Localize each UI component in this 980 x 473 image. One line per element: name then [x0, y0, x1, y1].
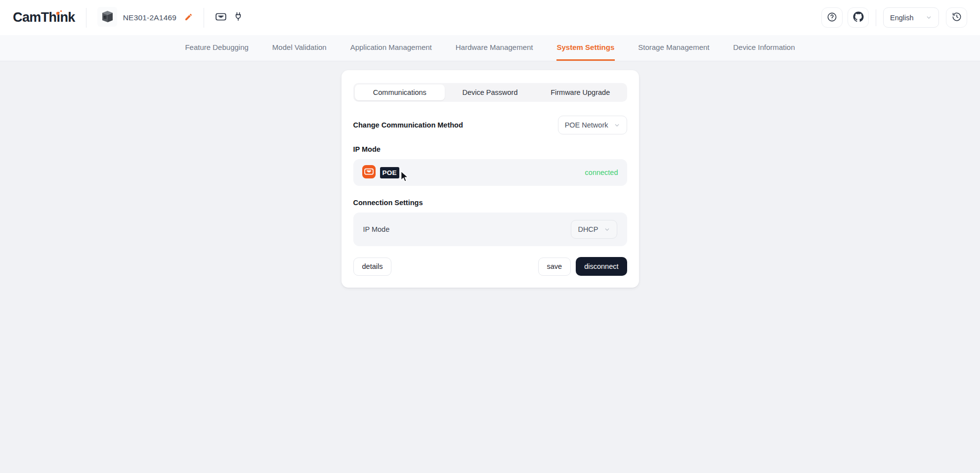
- communication-method-select[interactable]: POE Network: [558, 116, 627, 134]
- camthink-logo: CamThink: [13, 10, 75, 25]
- top-bar: CamThink NE301-2A1469: [0, 0, 980, 35]
- pencil-icon: [184, 13, 193, 23]
- logo-accent-dot: [56, 12, 59, 15]
- connection-settings-title: Connection Settings: [353, 199, 627, 207]
- nav-tab-device-information[interactable]: Device Information: [733, 35, 796, 61]
- chevron-down-icon: [926, 14, 932, 21]
- divider: [86, 8, 86, 28]
- nav-tab-system-settings[interactable]: System Settings: [556, 35, 615, 61]
- divider: [876, 9, 876, 26]
- history-button[interactable]: [946, 7, 967, 28]
- connectivity-status-icons: [215, 11, 244, 25]
- communications-card: Communications Device Password Firmware …: [341, 70, 639, 288]
- connection-status-badge: connected: [585, 169, 618, 176]
- ip-mode-setting-row: IP Mode DHCP: [353, 213, 627, 246]
- nav-tab-model-validation[interactable]: Model Validation: [272, 35, 327, 61]
- ip-mode-select[interactable]: DHCP: [571, 220, 617, 239]
- nav-tab-hardware-management[interactable]: Hardware Management: [455, 35, 534, 61]
- nav-tab-storage-management[interactable]: Storage Management: [638, 35, 710, 61]
- chevron-down-icon: [614, 122, 620, 129]
- nav-tab-application-management[interactable]: Application Management: [350, 35, 432, 61]
- ip-mode-value: DHCP: [578, 225, 598, 233]
- help-button[interactable]: [821, 7, 843, 28]
- main-content: Communications Device Password Firmware …: [0, 70, 980, 288]
- edit-device-name-button[interactable]: [184, 13, 193, 23]
- chevron-down-icon: [604, 226, 610, 233]
- poe-ethernet-icon: [362, 165, 376, 180]
- github-button[interactable]: [848, 7, 869, 28]
- device-thumbnail: [97, 7, 117, 29]
- main-nav: Feature Debugging Model Validation Appli…: [0, 35, 980, 61]
- help-icon: [827, 12, 837, 24]
- clock-history-icon: [952, 12, 962, 23]
- card-actions: details save disconnect: [353, 257, 627, 276]
- tab-device-password[interactable]: Device Password: [445, 85, 535, 100]
- disconnect-button[interactable]: disconnect: [576, 257, 627, 276]
- tab-firmware-upgrade[interactable]: Firmware Upgrade: [535, 85, 626, 100]
- ip-mode-section-title: IP Mode: [353, 145, 627, 153]
- poe-interface-row[interactable]: POE connected: [353, 159, 627, 186]
- ip-mode-label: IP Mode: [363, 225, 390, 233]
- nav-tab-feature-debugging[interactable]: Feature Debugging: [184, 35, 249, 61]
- power-plug-icon: [233, 11, 244, 24]
- logo-text: CamThink: [13, 10, 75, 25]
- tab-communications[interactable]: Communications: [355, 85, 445, 100]
- device-info: NE301-2A1469: [97, 7, 193, 29]
- details-button[interactable]: details: [353, 258, 392, 276]
- poe-badge: POE: [380, 167, 399, 178]
- github-icon: [853, 11, 864, 24]
- language-select[interactable]: English: [883, 7, 939, 28]
- language-value: English: [890, 14, 914, 22]
- card-tab-group: Communications Device Password Firmware …: [353, 83, 627, 102]
- save-button[interactable]: save: [538, 258, 571, 276]
- device-name: NE301-2A1469: [123, 13, 176, 22]
- divider: [204, 8, 204, 28]
- logo-accent-dot-small: [60, 10, 62, 12]
- communication-method-value: POE Network: [565, 121, 608, 129]
- actions-right-group: save disconnect: [538, 257, 627, 276]
- communication-method-row: Change Communication Method POE Network: [353, 116, 627, 134]
- mouse-cursor: [399, 170, 410, 185]
- communication-method-label: Change Communication Method: [353, 121, 463, 129]
- ethernet-icon: [215, 11, 227, 25]
